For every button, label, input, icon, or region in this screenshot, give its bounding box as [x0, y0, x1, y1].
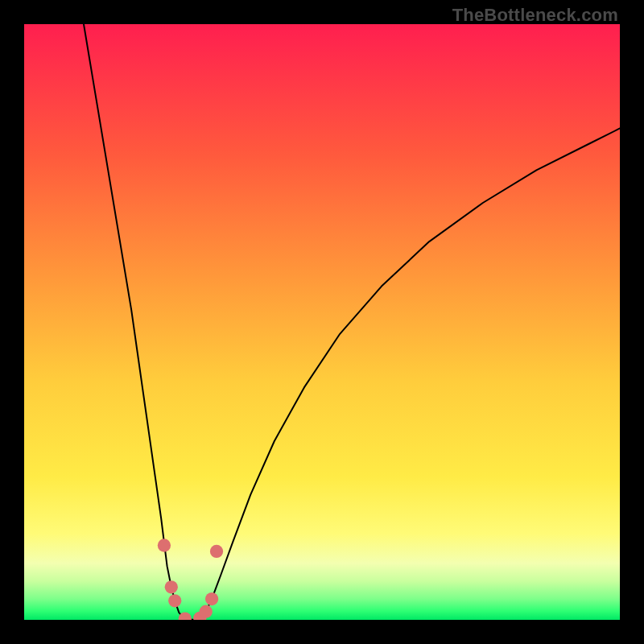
chart-frame	[24, 24, 620, 620]
series-left-branch	[84, 24, 194, 620]
valley-marker	[205, 592, 218, 605]
chart-plot-area	[24, 24, 620, 620]
watermark-text: TheBottleneck.com	[452, 5, 618, 26]
valley-marker	[165, 580, 178, 593]
valley-marker	[210, 545, 223, 558]
series-right-branch	[194, 129, 620, 621]
valley-marker	[200, 605, 213, 618]
chart-curve-layer	[24, 24, 620, 620]
valley-marker	[158, 539, 171, 551]
valley-marker	[168, 594, 181, 607]
